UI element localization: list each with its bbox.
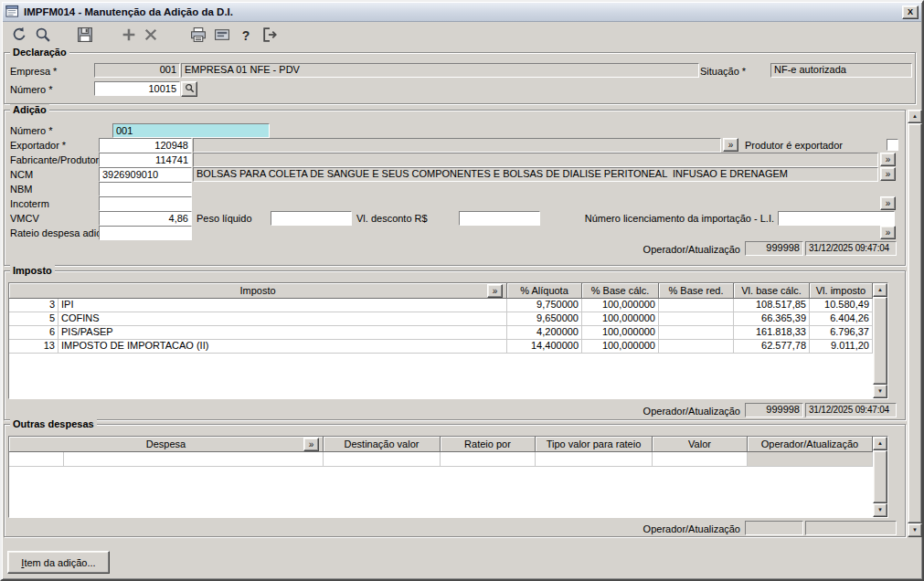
licenciamento-input[interactable]: [778, 211, 895, 226]
scroll-down-icon[interactable]: ▼: [873, 385, 887, 398]
nbm-input[interactable]: [99, 182, 192, 196]
scrollbar-thumb[interactable]: [873, 297, 887, 385]
peso-liquido-input[interactable]: [271, 211, 352, 226]
cell-vl-imposto[interactable]: 10.580,49: [810, 299, 873, 312]
nbm-label: NBM: [10, 184, 32, 195]
lookup-button[interactable]: [181, 81, 197, 97]
fabricante-expand-button[interactable]: »: [880, 153, 896, 166]
cell-nome[interactable]: PIS/PASEP: [58, 326, 507, 340]
despesa-column-expand-button[interactable]: »: [303, 438, 319, 451]
cell-aliquota[interactable]: 14,400000: [507, 340, 582, 354]
exportador-name-field: [193, 138, 721, 153]
search-button[interactable]: [32, 25, 54, 47]
search-icon: [35, 26, 51, 46]
exportador-expand-button[interactable]: »: [723, 138, 738, 152]
scroll-up-icon[interactable]: ▲: [873, 283, 887, 297]
cell-operador[interactable]: [748, 452, 873, 467]
cell-base-red[interactable]: [659, 299, 734, 312]
vmcv-label: VMCV: [10, 213, 39, 225]
scroll-down-icon[interactable]: ▼: [873, 503, 887, 517]
print-spool-button[interactable]: [211, 25, 233, 47]
scroll-up-icon[interactable]: ▲: [873, 437, 887, 450]
table-row[interactable]: 5 COFINS 9,650000 100,000000 66.365,39 6…: [9, 312, 887, 326]
print-button[interactable]: [187, 25, 209, 47]
cell-despesa[interactable]: [64, 452, 324, 467]
cell-base-calc[interactable]: 100,000000: [582, 299, 659, 312]
outras-despesas-table-scrollbar[interactable]: ▲ ▼: [873, 437, 887, 517]
cell-vl-base[interactable]: 66.365,39: [734, 312, 810, 326]
cell-base-red[interactable]: [659, 312, 734, 326]
table-row[interactable]: 3 IPI 9,750000 100,000000 108.517,85 10.…: [9, 299, 887, 312]
col-header-destinacao: Destinação valor: [324, 437, 441, 452]
table-row[interactable]: 13 IMPOSTO DE IMPORTACAO (II) 14,400000 …: [9, 340, 887, 354]
rateio-input[interactable]: [99, 226, 192, 240]
cell-codigo[interactable]: [9, 452, 64, 467]
ncm-code-input[interactable]: [99, 167, 192, 182]
produtor-exportador-checkbox[interactable]: [887, 139, 898, 151]
cell-valor[interactable]: [653, 452, 748, 467]
main-vertical-scrollbar[interactable]: ▲ ▼: [908, 110, 922, 537]
ncm-label: NCM: [10, 169, 33, 181]
cell-rateio-por[interactable]: [441, 452, 536, 467]
outras-despesas-table-header: Despesa » Destinação valor Rateio por Ti…: [9, 437, 887, 452]
cell-vl-base[interactable]: 62.577,78: [734, 340, 810, 354]
atualizacao-field: [805, 521, 897, 535]
empresa-code-field: 001: [94, 63, 180, 78]
cell-tipo-valor[interactable]: [536, 452, 653, 467]
scrollbar-thumb[interactable]: [908, 123, 922, 523]
help-button[interactable]: ?: [235, 25, 257, 47]
imposto-table-scrollbar[interactable]: ▲ ▼: [873, 283, 887, 398]
cell-destinacao[interactable]: [324, 452, 441, 467]
scroll-down-icon[interactable]: ▼: [908, 523, 922, 537]
print-spool-icon: [214, 26, 230, 46]
cell-base-red[interactable]: [659, 326, 734, 340]
cell-nome[interactable]: COFINS: [58, 312, 507, 326]
group-adicao-title: Adição: [10, 104, 49, 116]
cell-vl-imposto[interactable]: 6.796,37: [810, 326, 873, 340]
cell-vl-base[interactable]: 108.517,85: [734, 299, 810, 312]
cell-base-calc[interactable]: 100,000000: [582, 312, 659, 326]
save-button[interactable]: [74, 25, 96, 47]
rateio-label: Rateio despesa adic.: [10, 227, 104, 239]
exportador-code-input[interactable]: [99, 138, 192, 153]
situacao-field: NF-e autorizada: [770, 63, 912, 78]
item-da-adicao-button[interactable]: Item da adição...: [7, 551, 110, 574]
ncm-expand-button[interactable]: »: [880, 167, 896, 181]
close-button[interactable]: X: [902, 5, 919, 19]
help-icon: ?: [242, 28, 250, 43]
col-header-tipo-valor: Tipo valor para rateio: [536, 437, 653, 452]
cell-codigo[interactable]: 6: [9, 326, 58, 340]
vl-desconto-input[interactable]: [459, 211, 540, 226]
table-row[interactable]: 6 PIS/PASEP 4,200000 100,000000 161.818,…: [9, 326, 887, 340]
cell-vl-base[interactable]: 161.818,33: [734, 326, 810, 340]
form-icon: [5, 5, 19, 20]
rateio-expand-button[interactable]: »: [880, 226, 896, 239]
cell-base-red[interactable]: [659, 340, 734, 354]
cell-nome[interactable]: IMPOSTO DE IMPORTACAO (II): [58, 340, 507, 354]
imposto-column-expand-button[interactable]: »: [487, 284, 503, 298]
scroll-up-icon[interactable]: ▲: [908, 110, 922, 123]
numero-adicao-input[interactable]: [112, 123, 270, 138]
scrollbar-thumb[interactable]: [873, 450, 887, 503]
table-row[interactable]: [9, 452, 887, 467]
cell-vl-imposto[interactable]: 9.011,20: [810, 340, 873, 354]
cell-base-calc[interactable]: 100,000000: [582, 326, 659, 340]
cell-codigo[interactable]: 5: [9, 312, 58, 326]
undo-button[interactable]: [8, 25, 30, 47]
cell-nome[interactable]: IPI: [58, 299, 507, 312]
incoterm-input[interactable]: [99, 196, 192, 211]
fabricante-code-input[interactable]: [99, 153, 192, 167]
incoterm-expand-button[interactable]: »: [880, 196, 896, 210]
cell-codigo[interactable]: 3: [9, 299, 58, 312]
cell-codigo[interactable]: 13: [9, 340, 58, 354]
exit-button[interactable]: [259, 25, 281, 47]
delete-button[interactable]: [140, 25, 162, 47]
cell-aliquota[interactable]: 9,650000: [507, 312, 582, 326]
cell-base-calc[interactable]: 100,000000: [582, 340, 659, 354]
cell-aliquota[interactable]: 9,750000: [507, 299, 582, 312]
cell-aliquota[interactable]: 4,200000: [507, 326, 582, 340]
vmcv-input[interactable]: [99, 211, 192, 226]
add-button[interactable]: [118, 25, 140, 47]
cell-vl-imposto[interactable]: 6.404,26: [810, 312, 873, 326]
numero-declaracao-input[interactable]: [94, 81, 180, 96]
